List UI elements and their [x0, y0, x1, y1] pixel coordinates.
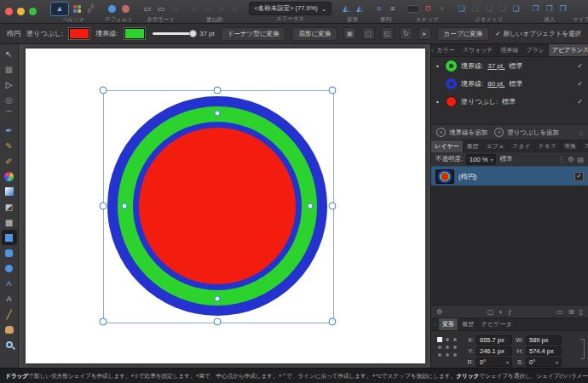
- tab-brushes[interactable]: ブラシ: [523, 44, 550, 56]
- tab-layers[interactable]: レイヤー: [431, 140, 464, 152]
- artboard-tool[interactable]: ▦: [2, 61, 17, 77]
- appearance-row-fill[interactable]: • 塗りつぶし: 標準 ✓: [431, 93, 588, 111]
- path-node-bottom[interactable]: [215, 296, 221, 302]
- tab-history[interactable]: 履歴: [464, 140, 483, 152]
- x-input[interactable]: 655.7 px: [476, 335, 512, 345]
- contour-tool[interactable]: ◎: [2, 92, 17, 107]
- y-input[interactable]: 246.1 px: [476, 346, 512, 356]
- selection-handle-top-left[interactable]: [100, 87, 107, 94]
- synchronize-defaults-button[interactable]: [107, 3, 118, 14]
- move-backward-button[interactable]: ▱: [216, 3, 227, 14]
- path-node-right[interactable]: [308, 203, 314, 209]
- minimize-window-button[interactable]: [17, 8, 25, 15]
- selection-handle-bottom-left[interactable]: [100, 318, 107, 326]
- tab-stock[interactable]: ストッ: [580, 140, 588, 152]
- pixel-persona-button[interactable]: [72, 3, 83, 14]
- select-new-objects-checkbox[interactable]: ✓ 新しいオブジェクトを選択: [495, 30, 581, 38]
- pencil-tool[interactable]: ✎: [2, 138, 17, 153]
- designer-persona-button[interactable]: ▲: [50, 2, 69, 16]
- tab-swatches[interactable]: スウォッチ: [459, 44, 498, 56]
- red-fill-swatch-icon[interactable]: [446, 96, 457, 107]
- ellipse-tool[interactable]: [2, 260, 17, 276]
- insert-target-a-button[interactable]: ▣: [343, 27, 356, 40]
- tab-appearance[interactable]: アピアランス: [549, 44, 588, 56]
- anchor-point-selector[interactable]: [437, 337, 458, 357]
- color-wheel-tool[interactable]: [2, 169, 17, 184]
- fx-icon[interactable]: ƒ: [508, 308, 511, 316]
- convert-to-curves-icon-button[interactable]: ▸: [418, 27, 431, 40]
- r-input[interactable]: 0°▾: [476, 357, 512, 367]
- snap-toggle[interactable]: [406, 5, 420, 13]
- canvas-viewport[interactable]: [19, 44, 430, 368]
- insert-target-c-button[interactable]: ◱: [381, 27, 394, 40]
- mask-icon[interactable]: ▢: [487, 308, 494, 316]
- path-node-top[interactable]: [215, 111, 221, 117]
- fill-color-swatch[interactable]: [69, 28, 89, 39]
- group-icon[interactable]: ⊞: [568, 308, 574, 316]
- layers-empty-area[interactable]: [431, 186, 588, 306]
- flip-vertical-button[interactable]: ◭: [354, 3, 365, 14]
- tab-navigator[interactable]: ナビゲータ: [478, 318, 516, 330]
- more-icon[interactable]: ⋮: [557, 156, 564, 163]
- move-to-front-button[interactable]: ▱: [188, 3, 199, 14]
- close-window-button[interactable]: [5, 8, 13, 15]
- rounded-rectangle-tool[interactable]: [2, 245, 17, 260]
- stroke-width-link[interactable]: 37 pt,: [487, 62, 504, 70]
- rectangle-tool[interactable]: [2, 230, 17, 245]
- node-tool[interactable]: ▷: [2, 77, 17, 92]
- gear-icon[interactable]: ⚙: [436, 308, 442, 316]
- revert-defaults-button[interactable]: [120, 3, 131, 14]
- gear-icon[interactable]: ⚙: [568, 156, 574, 163]
- vector-brush-tool[interactable]: ✐: [2, 153, 17, 169]
- zoom-tool[interactable]: [2, 337, 17, 352]
- tab-transform[interactable]: 変形: [439, 318, 458, 330]
- tab-effects[interactable]: エフェ: [483, 140, 510, 152]
- folder-icon[interactable]: ▭: [556, 308, 563, 316]
- align-button-1[interactable]: ≡: [373, 3, 384, 14]
- chevron-left-icon[interactable]: ‹: [431, 318, 439, 330]
- w-input[interactable]: 589 px: [526, 335, 562, 345]
- selection-handle-bottom-right[interactable]: [329, 318, 337, 326]
- insert-on-top-button[interactable]: ❐: [544, 3, 555, 14]
- boolean-add-button[interactable]: ❏: [456, 3, 467, 14]
- panel-menu-icon[interactable]: ▤: [577, 156, 584, 163]
- export-persona-button[interactable]: ▞: [85, 3, 96, 14]
- artistic-text-tool[interactable]: A: [2, 291, 17, 306]
- document-title-dropdown[interactable]: <名称未設定> (77.9%) ⌄: [249, 2, 331, 15]
- move-forward-button[interactable]: ▱: [202, 3, 213, 14]
- align-button-2[interactable]: ≡: [387, 3, 398, 14]
- gradient-tool[interactable]: [2, 184, 17, 199]
- boolean-merge-button[interactable]: ❏: [510, 3, 522, 14]
- snapping-magnet-button[interactable]: Ω: [423, 3, 434, 14]
- stroke-color-swatch[interactable]: [124, 28, 145, 39]
- view-mode-button-1[interactable]: ▭: [141, 3, 153, 14]
- insert-inside-button[interactable]: ❐: [557, 3, 568, 14]
- add-fill-button[interactable]: 塗りつぶしを追加: [507, 129, 559, 137]
- frame-text-tool[interactable]: A: [2, 276, 17, 291]
- selection-handle-right[interactable]: [329, 203, 337, 210]
- insert-behind-button[interactable]: ❐: [530, 3, 541, 14]
- selection-handle-top-right[interactable]: [329, 87, 337, 94]
- convert-to-curves-button[interactable]: カーブに変換: [437, 27, 490, 41]
- color-picker-tool[interactable]: ╱: [2, 306, 17, 322]
- snap-options-caret[interactable]: ▾: [436, 3, 447, 14]
- insert-target-b-button[interactable]: ▢: [362, 27, 375, 40]
- blend-mode-dropdown[interactable]: 標準: [499, 155, 512, 163]
- transparency-tool[interactable]: ◩: [2, 199, 17, 214]
- opacity-dropdown[interactable]: 100 % ▾: [466, 154, 496, 165]
- green-stroke-swatch-icon[interactable]: [446, 60, 457, 71]
- selection-handle-bottom[interactable]: [214, 318, 222, 326]
- blue-stroke-swatch-icon[interactable]: [446, 78, 457, 89]
- path-node-left[interactable]: [122, 203, 128, 209]
- selection-handle-left[interactable]: [100, 203, 107, 210]
- visible-check-icon[interactable]: ✓: [577, 62, 583, 70]
- boolean-divide-button[interactable]: ❏: [497, 3, 508, 14]
- view-mode-button-2[interactable]: ▭: [155, 3, 166, 14]
- view-tool[interactable]: [2, 322, 17, 337]
- visible-check-icon[interactable]: ✓: [577, 98, 583, 106]
- vector-crop-tool[interactable]: ▩: [2, 214, 17, 230]
- stroke-width-slider[interactable]: [153, 32, 193, 35]
- layer-visibility-checkbox[interactable]: ✓: [574, 172, 584, 181]
- tab-text-styles[interactable]: テキス: [535, 140, 562, 152]
- appearance-row-stroke-80[interactable]: 境界線: 80 pt, 標準 ✓: [431, 75, 588, 93]
